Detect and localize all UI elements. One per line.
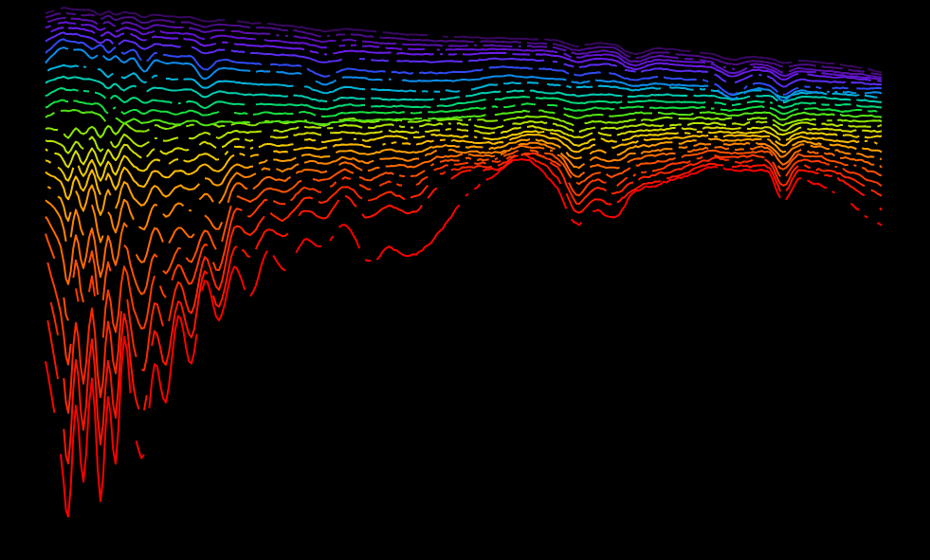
stellar-spectra-chart — [0, 0, 930, 560]
spectral-sequence-figure — [0, 0, 930, 560]
